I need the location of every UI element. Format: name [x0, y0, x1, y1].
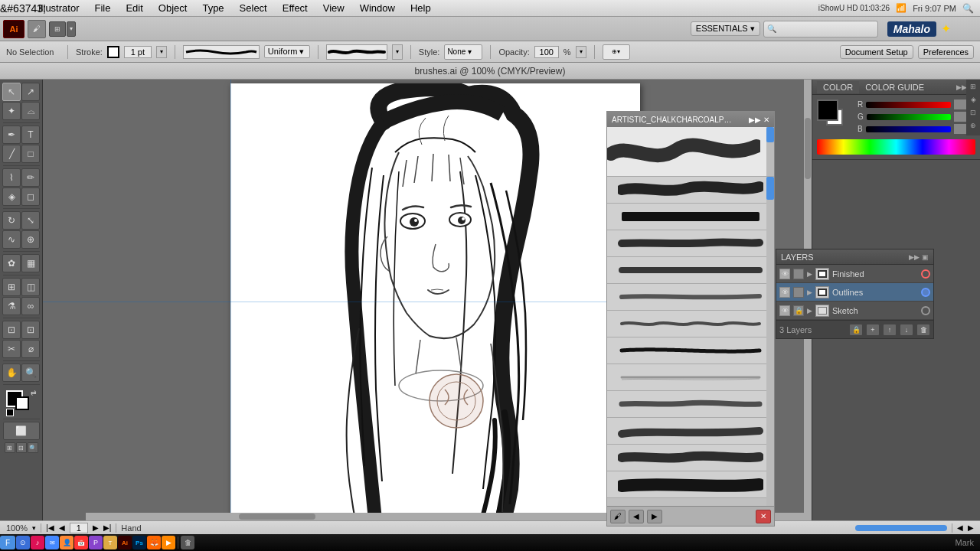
brushes-panel-options[interactable]: ▶▶ [749, 116, 761, 124]
r-slider[interactable] [866, 102, 951, 108]
brush-item-4[interactable] [607, 257, 774, 284]
b-slider[interactable] [866, 126, 951, 132]
layer-item-sketch[interactable]: 👁 🔒 ▶ Sketch [776, 302, 933, 320]
brush-preview-box[interactable] [326, 44, 387, 60]
dock-photoshop[interactable]: Ps [132, 536, 146, 549]
dock-illustrator[interactable]: Ai [118, 536, 132, 549]
tool-r3[interactable]: ⊡ [968, 109, 978, 119]
menu-window[interactable]: Window [352, 0, 403, 16]
menu-view[interactable]: View [315, 0, 352, 16]
stroke-color-box[interactable] [107, 46, 119, 58]
brushes-prev-btn[interactable]: ◀ [629, 510, 644, 523]
layer-visibility-outlines[interactable]: 👁 [779, 287, 790, 298]
layers-move-down-btn[interactable]: ↓ [900, 324, 913, 336]
magic-wand-tool[interactable]: ✦ [2, 102, 21, 120]
search-icon[interactable]: 🔍 [962, 3, 974, 14]
view-preset-btn[interactable]: ⊞ ▾ [49, 21, 76, 37]
menu-select[interactable]: Select [232, 0, 275, 16]
tool-r2[interactable]: ◈ [968, 96, 978, 106]
brush-item-3[interactable] [607, 230, 774, 257]
prev-page-btn[interactable]: |◀ [46, 523, 54, 532]
menu-type[interactable]: Type [194, 0, 231, 16]
layer-target-outlines[interactable] [921, 288, 930, 297]
direct-select-tool[interactable]: ↗ [21, 83, 40, 101]
shape-tool[interactable]: □ [21, 145, 40, 163]
layers-panel-header[interactable]: LAYERS ▶▶ ▣ [776, 249, 933, 265]
layer-target-sketch[interactable] [921, 306, 930, 315]
opacity-input[interactable] [534, 46, 559, 58]
mode-btn[interactable]: ⊕▾ [603, 44, 630, 60]
tool-r4[interactable]: ⊕ [968, 122, 978, 132]
tool-r1[interactable]: ⊞ [968, 83, 978, 93]
dock-finder[interactable]: F [0, 536, 15, 549]
brushes-vertical-scroll[interactable] [766, 177, 774, 506]
essentials-btn[interactable]: ESSENTIALS ▾ [691, 21, 760, 36]
lasso-tool[interactable]: ⌓ [21, 102, 40, 120]
menu-effect[interactable]: Effect [275, 0, 315, 16]
warp-tool[interactable]: ∿ [2, 230, 21, 249]
paintbrush-tool[interactable]: ⌇ [2, 168, 21, 187]
blob-brush-tool[interactable]: ◈ [2, 187, 21, 206]
dock-contacts[interactable]: 👤 [60, 536, 74, 549]
menu-edit[interactable]: Edit [118, 0, 150, 16]
default-colors-icon[interactable] [6, 409, 14, 416]
blend-tool[interactable]: ∞ [21, 297, 40, 315]
knife-tool[interactable]: ⌀ [21, 340, 40, 358]
brushes-panel-header[interactable]: ARTISTIC_CHALKCHARCOALPENCIL ▶▶ ✕ [607, 112, 774, 127]
g-slider[interactable] [867, 114, 951, 120]
layer-expand-finished[interactable]: ▶ [807, 270, 812, 278]
layer-visibility-finished[interactable]: 👁 [779, 269, 790, 279]
doc-setup-btn[interactable]: Document Setup [840, 45, 913, 59]
dock-textedit[interactable]: T [103, 536, 117, 549]
scissors-tool[interactable]: ✂ [2, 340, 21, 358]
dock-calendar[interactable]: 📅 [74, 536, 88, 549]
dock-safari[interactable]: ⊙ [16, 536, 30, 549]
preferences-btn[interactable]: Preferences [918, 45, 974, 59]
style-dropdown[interactable]: None ▾ [444, 44, 482, 60]
zoom-tool[interactable]: 🔍 [21, 364, 40, 382]
dock-itunes[interactable]: ♪ [31, 536, 44, 549]
brush-item-5[interactable] [607, 284, 774, 311]
swap-colors-icon[interactable]: ⇄ [31, 389, 37, 396]
layer-expand-sketch[interactable]: ▶ [807, 307, 812, 315]
stroke-weight-input[interactable] [124, 46, 152, 58]
layers-panel-close[interactable]: ▣ [922, 253, 929, 261]
menu-file[interactable]: File [87, 0, 118, 16]
brush-type-dropdown[interactable]: Uniform ▾ [264, 45, 310, 58]
brushes-play-btn[interactable]: ▶ [647, 510, 662, 523]
menu-object[interactable]: Object [151, 0, 195, 16]
layer-expand-outlines[interactable]: ▶ [807, 289, 812, 296]
rotate-tool[interactable]: ↻ [2, 211, 21, 230]
layers-panel-options[interactable]: ▶▶ [909, 253, 920, 261]
pencil-tool[interactable]: ✏ [21, 168, 40, 187]
layers-delete-btn[interactable]: 🗑 [916, 324, 930, 336]
dock-trash[interactable]: 🗑 [181, 536, 194, 549]
scale-tool[interactable]: ⤡ [21, 211, 40, 230]
brush-item-9[interactable] [607, 391, 774, 418]
gradient-tool[interactable]: ◫ [21, 278, 40, 296]
back-page-btn[interactable]: ◀ [59, 523, 65, 532]
brush-item-10[interactable] [607, 418, 774, 445]
fwd-page-btn[interactable]: ▶ [93, 523, 99, 532]
document-tab[interactable]: brushes.ai @ 100% (CMYK/Preview) [0, 63, 980, 80]
stroke-dropdown[interactable]: ▾ [156, 46, 167, 58]
zoom-control-row[interactable]: ⊞ ⊟ 🔍 [5, 442, 38, 453]
brush-item-8[interactable] [607, 364, 774, 391]
dock-mail[interactable]: ✉ [45, 536, 59, 549]
layer-lock-sketch[interactable]: 🔒 [793, 305, 804, 316]
brush-dropdown-arrow[interactable]: ▾ [392, 44, 403, 60]
brush-preset-btn[interactable]: 🖌 [28, 20, 46, 38]
zoom-dropdown[interactable]: ▾ [32, 524, 36, 532]
hand-tool[interactable]: ✋ [2, 364, 21, 382]
brush-item-2[interactable] [607, 204, 774, 230]
color-spectrum[interactable] [817, 139, 975, 155]
brush-item-6[interactable] [607, 311, 774, 337]
color-guide-tab[interactable]: COLOR GUIDE [859, 81, 930, 93]
layers-move-up-btn[interactable]: ↑ [883, 324, 897, 336]
menu-help[interactable]: Help [403, 0, 439, 16]
page-number-input[interactable] [70, 523, 88, 533]
free-transform-tool[interactable]: ⊕ [21, 230, 40, 249]
layer-item-outlines[interactable]: 👁 ▶ Outlines [776, 283, 933, 302]
brushes-panel-close[interactable]: ✕ [763, 116, 769, 124]
scroll-left-btn[interactable]: ◀ [957, 523, 963, 532]
